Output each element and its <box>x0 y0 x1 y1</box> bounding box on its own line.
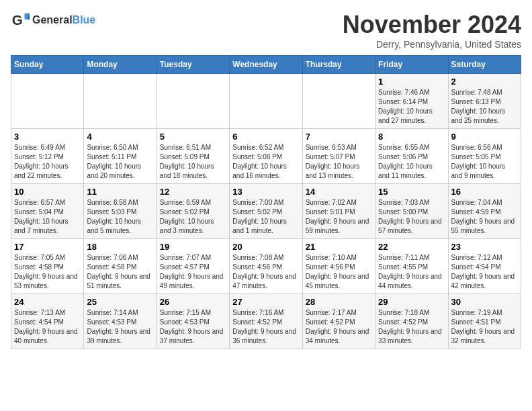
calendar-cell: 8Sunrise: 6:55 AM Sunset: 5:06 PM Daylig… <box>375 129 448 184</box>
day-info: Sunrise: 7:17 AM Sunset: 4:52 PM Dayligh… <box>306 308 372 346</box>
weekday-header-monday: Monday <box>84 56 157 74</box>
logo-icon: G <box>11 11 30 30</box>
calendar-body: 1Sunrise: 7:46 AM Sunset: 6:14 PM Daylig… <box>11 74 521 349</box>
day-info: Sunrise: 6:53 AM Sunset: 5:07 PM Dayligh… <box>306 143 372 181</box>
day-number: 12 <box>160 187 226 197</box>
day-info: Sunrise: 6:58 AM Sunset: 5:03 PM Dayligh… <box>87 198 153 236</box>
calendar-cell: 14Sunrise: 7:02 AM Sunset: 5:01 PM Dayli… <box>302 184 375 239</box>
calendar-cell: 1Sunrise: 7:46 AM Sunset: 6:14 PM Daylig… <box>375 74 448 129</box>
day-number: 22 <box>378 242 445 252</box>
day-info: Sunrise: 6:57 AM Sunset: 5:04 PM Dayligh… <box>14 198 81 236</box>
day-info: Sunrise: 7:46 AM Sunset: 6:14 PM Dayligh… <box>378 88 445 126</box>
day-number: 7 <box>306 132 372 142</box>
header: G GeneralBlue November 2024 Derry, Penns… <box>11 11 521 50</box>
calendar-cell: 7Sunrise: 6:53 AM Sunset: 5:07 PM Daylig… <box>302 129 375 184</box>
calendar-cell: 16Sunrise: 7:04 AM Sunset: 4:59 PM Dayli… <box>448 184 521 239</box>
day-number: 10 <box>14 187 81 197</box>
calendar-cell: 22Sunrise: 7:11 AM Sunset: 4:55 PM Dayli… <box>375 239 448 294</box>
week-row-3: 10Sunrise: 6:57 AM Sunset: 5:04 PM Dayli… <box>11 184 521 239</box>
day-info: Sunrise: 7:00 AM Sunset: 5:02 PM Dayligh… <box>232 198 299 236</box>
calendar-cell: 20Sunrise: 7:08 AM Sunset: 4:56 PM Dayli… <box>230 239 302 294</box>
calendar-cell: 30Sunrise: 7:19 AM Sunset: 4:51 PM Dayli… <box>448 294 521 349</box>
day-info: Sunrise: 7:02 AM Sunset: 5:01 PM Dayligh… <box>306 198 372 236</box>
day-info: Sunrise: 7:13 AM Sunset: 4:54 PM Dayligh… <box>14 308 81 346</box>
day-number: 24 <box>14 297 81 307</box>
calendar-cell: 6Sunrise: 6:52 AM Sunset: 5:08 PM Daylig… <box>230 129 302 184</box>
day-info: Sunrise: 7:15 AM Sunset: 4:53 PM Dayligh… <box>160 308 226 346</box>
calendar-cell: 4Sunrise: 6:50 AM Sunset: 5:11 PM Daylig… <box>84 129 157 184</box>
day-info: Sunrise: 7:16 AM Sunset: 4:52 PM Dayligh… <box>232 308 299 346</box>
calendar-cell: 17Sunrise: 7:05 AM Sunset: 4:58 PM Dayli… <box>11 239 84 294</box>
calendar-cell: 21Sunrise: 7:10 AM Sunset: 4:56 PM Dayli… <box>302 239 375 294</box>
day-info: Sunrise: 7:18 AM Sunset: 4:52 PM Dayligh… <box>378 308 445 346</box>
calendar-cell: 5Sunrise: 6:51 AM Sunset: 5:09 PM Daylig… <box>157 129 229 184</box>
calendar-cell: 10Sunrise: 6:57 AM Sunset: 5:04 PM Dayli… <box>11 184 84 239</box>
calendar-cell: 25Sunrise: 7:14 AM Sunset: 4:53 PM Dayli… <box>84 294 157 349</box>
calendar-cell: 11Sunrise: 6:58 AM Sunset: 5:03 PM Dayli… <box>84 184 157 239</box>
day-info: Sunrise: 7:12 AM Sunset: 4:54 PM Dayligh… <box>451 253 518 291</box>
day-info: Sunrise: 6:50 AM Sunset: 5:11 PM Dayligh… <box>87 143 153 181</box>
day-number: 25 <box>87 297 153 307</box>
weekday-header-thursday: Thursday <box>302 56 375 74</box>
day-number: 23 <box>451 242 518 252</box>
day-number: 26 <box>160 297 226 307</box>
day-number: 1 <box>378 77 445 87</box>
day-info: Sunrise: 7:10 AM Sunset: 4:56 PM Dayligh… <box>306 253 372 291</box>
day-number: 21 <box>306 242 372 252</box>
calendar-cell <box>11 74 84 129</box>
calendar-cell: 19Sunrise: 7:07 AM Sunset: 4:57 PM Dayli… <box>157 239 229 294</box>
day-info: Sunrise: 7:06 AM Sunset: 4:58 PM Dayligh… <box>87 253 153 291</box>
logo-blue: Blue <box>73 14 96 26</box>
weekday-header-wednesday: Wednesday <box>230 56 302 74</box>
day-number: 6 <box>232 132 299 142</box>
day-number: 27 <box>232 297 299 307</box>
day-info: Sunrise: 7:03 AM Sunset: 5:00 PM Dayligh… <box>378 198 445 236</box>
calendar-cell: 27Sunrise: 7:16 AM Sunset: 4:52 PM Dayli… <box>230 294 302 349</box>
day-number: 14 <box>306 187 372 197</box>
day-info: Sunrise: 6:52 AM Sunset: 5:08 PM Dayligh… <box>232 143 299 181</box>
calendar-cell <box>84 74 157 129</box>
day-info: Sunrise: 7:04 AM Sunset: 4:59 PM Dayligh… <box>451 198 518 236</box>
weekday-header-saturday: Saturday <box>448 56 521 74</box>
day-number: 3 <box>14 132 81 142</box>
day-info: Sunrise: 6:56 AM Sunset: 5:05 PM Dayligh… <box>451 143 518 181</box>
title-area: November 2024 Derry, Pennsylvania, Unite… <box>343 11 521 50</box>
week-row-5: 24Sunrise: 7:13 AM Sunset: 4:54 PM Dayli… <box>11 294 521 349</box>
day-info: Sunrise: 6:55 AM Sunset: 5:06 PM Dayligh… <box>378 143 445 181</box>
day-number: 2 <box>451 77 518 87</box>
week-row-4: 17Sunrise: 7:05 AM Sunset: 4:58 PM Dayli… <box>11 239 521 294</box>
day-number: 30 <box>451 297 518 307</box>
day-info: Sunrise: 6:59 AM Sunset: 5:02 PM Dayligh… <box>160 198 226 236</box>
day-info: Sunrise: 7:08 AM Sunset: 4:56 PM Dayligh… <box>232 253 299 291</box>
calendar-table: SundayMondayTuesdayWednesdayThursdayFrid… <box>11 55 521 349</box>
day-info: Sunrise: 7:19 AM Sunset: 4:51 PM Dayligh… <box>451 308 518 346</box>
calendar-cell: 29Sunrise: 7:18 AM Sunset: 4:52 PM Dayli… <box>375 294 448 349</box>
day-number: 29 <box>378 297 445 307</box>
svg-text:G: G <box>12 12 23 28</box>
day-number: 11 <box>87 187 153 197</box>
calendar-cell: 18Sunrise: 7:06 AM Sunset: 4:58 PM Dayli… <box>84 239 157 294</box>
weekday-header-tuesday: Tuesday <box>157 56 229 74</box>
logo: G GeneralBlue <box>11 11 95 30</box>
day-number: 19 <box>160 242 226 252</box>
day-number: 9 <box>451 132 518 142</box>
calendar-cell: 12Sunrise: 6:59 AM Sunset: 5:02 PM Dayli… <box>157 184 229 239</box>
day-number: 13 <box>232 187 299 197</box>
day-number: 4 <box>87 132 153 142</box>
day-info: Sunrise: 7:14 AM Sunset: 4:53 PM Dayligh… <box>87 308 153 346</box>
calendar-cell: 13Sunrise: 7:00 AM Sunset: 5:02 PM Dayli… <box>230 184 302 239</box>
week-row-1: 1Sunrise: 7:46 AM Sunset: 6:14 PM Daylig… <box>11 74 521 129</box>
day-info: Sunrise: 6:51 AM Sunset: 5:09 PM Dayligh… <box>160 143 226 181</box>
calendar-cell: 23Sunrise: 7:12 AM Sunset: 4:54 PM Dayli… <box>448 239 521 294</box>
day-number: 28 <box>306 297 372 307</box>
day-number: 16 <box>451 187 518 197</box>
day-info: Sunrise: 7:05 AM Sunset: 4:58 PM Dayligh… <box>14 253 81 291</box>
weekday-header-sunday: Sunday <box>11 56 84 74</box>
logo-general-text: GeneralBlue <box>32 14 95 26</box>
day-number: 20 <box>232 242 299 252</box>
week-row-2: 3Sunrise: 6:49 AM Sunset: 5:12 PM Daylig… <box>11 129 521 184</box>
day-info: Sunrise: 7:07 AM Sunset: 4:57 PM Dayligh… <box>160 253 226 291</box>
day-info: Sunrise: 7:11 AM Sunset: 4:55 PM Dayligh… <box>378 253 445 291</box>
calendar-cell: 2Sunrise: 7:48 AM Sunset: 6:13 PM Daylig… <box>448 74 521 129</box>
calendar-cell: 15Sunrise: 7:03 AM Sunset: 5:00 PM Dayli… <box>375 184 448 239</box>
